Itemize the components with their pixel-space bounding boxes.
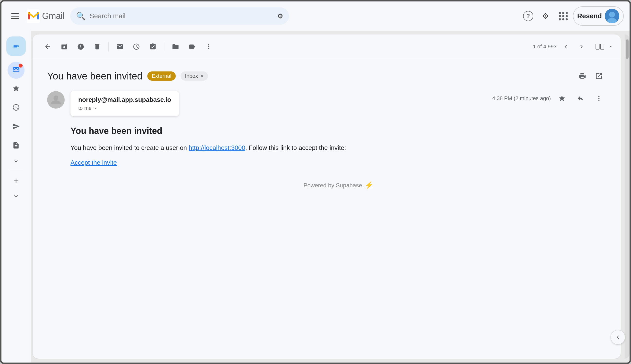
email-body-heading: You have been invited: [70, 126, 606, 136]
email-time: 4:38 PM (2 minutes ago): [492, 95, 551, 102]
email-body: You have been invited You have been invi…: [47, 126, 606, 189]
pagination-info: 1 of 4,993: [533, 44, 556, 50]
account-name: Resend: [577, 12, 602, 20]
top-bar: Gmail 🔍 ⚙ ? ⚙: [2, 2, 630, 30]
sender-email: noreply@mail.app.supabase.io: [78, 96, 171, 104]
split-view-button[interactable]: [592, 39, 607, 54]
sidebar-divider: [9, 169, 23, 169]
search-filter-icon[interactable]: ⚙: [277, 12, 283, 20]
sidebar: ✏: [2, 30, 31, 362]
email-body-text: You have been invited to create a user o…: [70, 143, 606, 153]
badge-inbox[interactable]: Inbox ✕: [180, 72, 208, 81]
sidebar-collapse-more[interactable]: [8, 191, 24, 201]
inbox-icon: [12, 66, 20, 75]
sender-info-card: noreply@mail.app.supabase.io to me: [70, 91, 179, 116]
label-button[interactable]: [185, 39, 199, 54]
sidebar-expand-more[interactable]: [8, 156, 24, 166]
sidebar-item-snoozed[interactable]: [8, 100, 24, 117]
more-toolbar-button[interactable]: [201, 39, 216, 54]
print-button[interactable]: [575, 69, 590, 83]
pagination-nav: [558, 39, 589, 54]
svg-point-9: [54, 96, 58, 100]
sender-to-dropdown-icon[interactable]: [93, 106, 98, 110]
view-toggle[interactable]: [592, 39, 613, 54]
top-bar-actions: ? ⚙ Resend: [520, 6, 624, 26]
email-subject-row: You have been invited External Inbox ✕: [47, 69, 606, 83]
split-chevron-icon: [608, 44, 613, 49]
move-to-button[interactable]: [168, 39, 183, 54]
sidebar-add-label[interactable]: [8, 172, 24, 189]
email-view: 1 of 4,993: [32, 34, 621, 359]
prev-email-button[interactable]: [558, 39, 573, 54]
star-button[interactable]: [555, 91, 569, 106]
account-section[interactable]: Resend: [573, 6, 624, 26]
compose-icon: ✏: [13, 41, 20, 51]
search-bar: 🔍 ⚙: [70, 7, 289, 25]
open-new-window-button[interactable]: [592, 69, 606, 83]
sidebar-item-starred[interactable]: [8, 81, 24, 98]
email-content: You have been invited External Inbox ✕: [32, 59, 621, 359]
clock-icon: [12, 104, 20, 113]
add-task-button[interactable]: [146, 39, 160, 54]
gmail-text: Gmail: [42, 11, 64, 21]
compose-button[interactable]: ✏: [6, 36, 26, 56]
svg-rect-8: [600, 44, 604, 49]
report-button[interactable]: [74, 39, 88, 54]
sidebar-item-inbox[interactable]: [8, 62, 24, 79]
gmail-logo: Gmail: [27, 10, 64, 23]
collapse-panel-button[interactable]: [610, 330, 625, 344]
toolbar-divider-2: [164, 42, 164, 52]
badge-inbox-close[interactable]: ✕: [200, 74, 204, 79]
sender-to: to me: [78, 105, 171, 111]
email-time-row: 4:38 PM (2 minutes ago): [492, 91, 606, 106]
localhost-link[interactable]: http://localhost:3000: [188, 144, 245, 152]
inbox-notification-dot: [19, 64, 22, 68]
next-email-button[interactable]: [574, 39, 589, 54]
svg-point-5: [609, 12, 615, 18]
draft-icon: [12, 142, 20, 151]
search-icon: 🔍: [76, 12, 86, 21]
email-footer: Powered by Supabase ⚡: [70, 181, 606, 189]
accept-invite-link[interactable]: Accept the invite: [70, 159, 606, 166]
archive-button[interactable]: [57, 39, 72, 54]
mark-unread-button[interactable]: [112, 39, 127, 54]
scrollbar-thumb[interactable]: [626, 39, 628, 59]
email-subject: You have been invited: [47, 71, 142, 82]
sidebar-item-drafts[interactable]: [8, 138, 24, 154]
sender-avatar: [47, 91, 65, 108]
more-actions-button[interactable]: [592, 91, 606, 106]
settings-button[interactable]: ⚙: [538, 8, 554, 24]
delete-button[interactable]: [90, 39, 104, 54]
star-icon: [12, 84, 20, 94]
scrollbar[interactable]: [625, 34, 630, 359]
hamburger-button[interactable]: [7, 8, 23, 24]
help-icon: ?: [523, 11, 533, 21]
search-input[interactable]: [90, 12, 273, 20]
badge-external: External: [147, 72, 176, 81]
apps-button[interactable]: [556, 8, 571, 24]
help-button[interactable]: ?: [520, 8, 536, 24]
reply-button[interactable]: [573, 91, 588, 106]
email-toolbar: 1 of 4,993: [32, 34, 621, 59]
settings-icon: ⚙: [542, 12, 549, 21]
avatar: [605, 9, 619, 23]
main-area: ✏: [2, 30, 630, 362]
svg-rect-7: [596, 44, 599, 49]
back-button[interactable]: [40, 39, 55, 54]
lightning-icon: ⚡: [365, 181, 373, 189]
apps-icon: [559, 12, 568, 20]
sender-row: noreply@mail.app.supabase.io to me 4:38 …: [47, 91, 606, 116]
snooze-button[interactable]: [129, 39, 144, 54]
email-header-actions: [575, 69, 606, 83]
sidebar-item-sent[interactable]: [8, 118, 24, 136]
powered-by-supabase-link[interactable]: Powered by Supabase ⚡: [303, 182, 373, 188]
app-container: Gmail 🔍 ⚙ ? ⚙: [0, 0, 631, 364]
send-icon: [12, 122, 20, 132]
toolbar-divider-1: [108, 42, 109, 52]
